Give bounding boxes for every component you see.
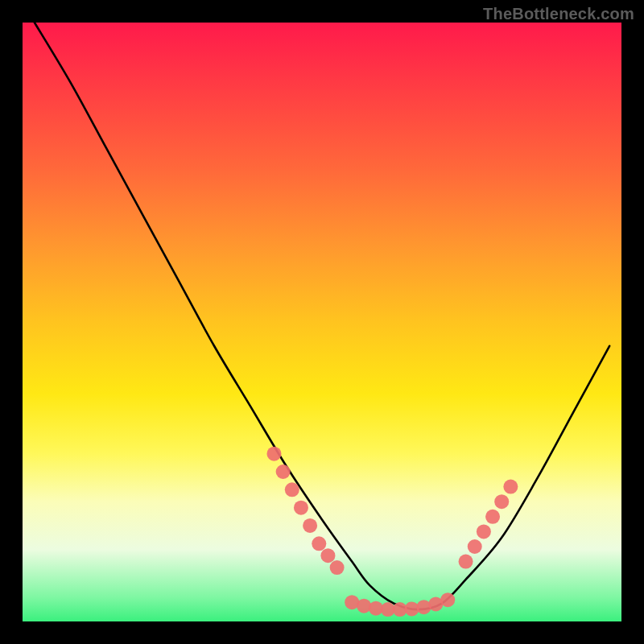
data-dot — [503, 480, 518, 494]
data-dot — [266, 447, 281, 461]
data-dot — [477, 524, 491, 539]
dots-layer — [266, 447, 518, 617]
data-dot — [459, 555, 473, 569]
data-dot — [276, 464, 291, 479]
data-dot — [485, 510, 500, 524]
data-dot — [357, 599, 371, 613]
data-dot — [320, 548, 335, 563]
outer-frame: TheBottleneck.com — [0, 0, 644, 644]
curve-layer — [35, 23, 609, 609]
data-dot — [303, 518, 317, 533]
bottleneck-curve-path — [35, 23, 609, 609]
watermark-text: TheBottleneck.com — [483, 5, 634, 23]
data-dot — [330, 560, 345, 575]
curve-svg — [23, 23, 621, 621]
data-dot — [468, 539, 482, 554]
data-dot — [294, 501, 308, 515]
data-dot — [494, 494, 509, 509]
data-dot — [285, 482, 299, 497]
data-dot — [440, 592, 455, 607]
data-dot — [312, 536, 326, 551]
plot-area — [23, 23, 621, 621]
